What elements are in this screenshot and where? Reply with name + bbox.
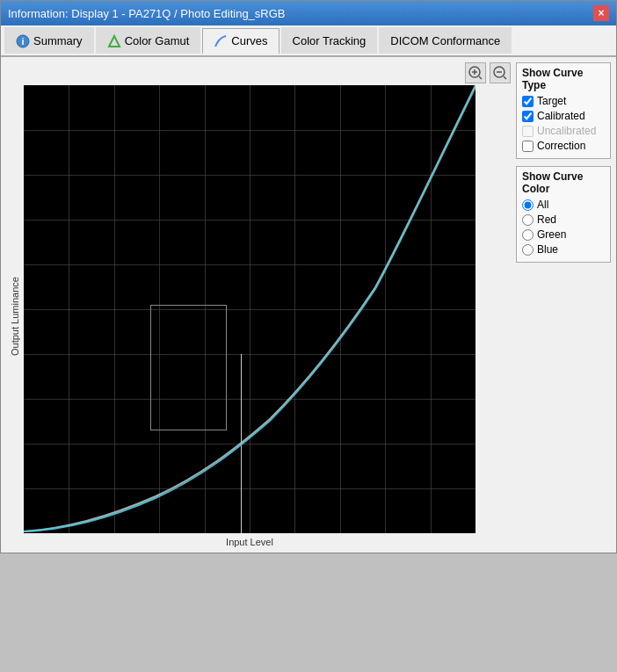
- radio-blue-label: Blue: [537, 243, 558, 256]
- radio-blue-input[interactable]: [522, 244, 534, 256]
- checkbox-calibrated-input[interactable]: [522, 111, 534, 122]
- radio-red[interactable]: Red: [522, 213, 605, 226]
- content-area: Output Luminance: [1, 57, 616, 553]
- close-button[interactable]: ×: [593, 5, 609, 21]
- curve-type-title: Show Curve Type: [522, 67, 605, 91]
- chart-wrapper: Output Luminance: [6, 85, 511, 547]
- checkbox-uncalibrated[interactable]: Uncalibrated: [522, 125, 605, 137]
- window-title: Information: Display 1 - PA271Q / Photo …: [8, 7, 286, 20]
- tab-color-gamut-label: Color Gamut: [125, 34, 190, 47]
- title-bar: Information: Display 1 - PA271Q / Photo …: [1, 1, 616, 25]
- checkbox-target-input[interactable]: [522, 96, 534, 107]
- curves-icon: [214, 34, 228, 48]
- svg-line-6: [479, 76, 482, 79]
- tab-curves-label: Curves: [231, 34, 267, 47]
- curve-color-title: Show Curve Color: [522, 170, 605, 195]
- zoom-in-icon: [468, 65, 483, 81]
- checkbox-uncalibrated-label: Uncalibrated: [537, 125, 596, 137]
- radio-all[interactable]: All: [522, 199, 605, 211]
- chart-area: Output Luminance: [6, 62, 511, 547]
- chart-and-x-container: Input Level: [24, 85, 475, 547]
- tab-curves[interactable]: Curves: [202, 28, 279, 54]
- radio-blue[interactable]: Blue: [522, 243, 605, 256]
- svg-text:i: i: [21, 36, 24, 47]
- zoom-out-icon: [492, 65, 508, 81]
- radio-all-label: All: [537, 199, 548, 211]
- radio-red-label: Red: [537, 213, 556, 226]
- tab-bar: i Summary Color Gamut Curves Color Track…: [1, 25, 616, 57]
- tab-color-tracking-label: Color Tracking: [293, 34, 367, 47]
- chart-controls: [6, 62, 511, 83]
- tab-color-gamut[interactable]: Color Gamut: [96, 27, 201, 54]
- checkbox-correction-input[interactable]: [522, 141, 534, 152]
- radio-all-input[interactable]: [522, 199, 534, 211]
- curve-color-group: Show Curve Color All Red Green Blue: [516, 166, 611, 263]
- tab-dicom-label: DICOM Conformance: [390, 34, 500, 47]
- triangle-icon: [107, 34, 121, 48]
- y-axis-label: Output Luminance: [6, 85, 24, 547]
- radio-red-input[interactable]: [522, 214, 534, 226]
- tab-color-tracking[interactable]: Color Tracking: [281, 27, 378, 54]
- radio-green-label: Green: [537, 228, 566, 241]
- checkbox-uncalibrated-input[interactable]: [522, 126, 534, 137]
- svg-marker-2: [109, 36, 120, 47]
- sidebar: Show Curve Type Target Calibrated Uncali…: [516, 62, 611, 547]
- main-window: Information: Display 1 - PA271Q / Photo …: [0, 0, 617, 553]
- radio-green[interactable]: Green: [522, 228, 605, 241]
- checkbox-calibrated-label: Calibrated: [537, 110, 585, 122]
- tab-dicom[interactable]: DICOM Conformance: [379, 27, 512, 54]
- svg-line-9: [504, 76, 506, 79]
- radio-green-input[interactable]: [522, 229, 534, 241]
- info-icon: i: [16, 34, 30, 48]
- zoom-out-button[interactable]: [490, 62, 511, 83]
- checkbox-target-label: Target: [537, 95, 566, 107]
- curve-svg: [24, 85, 475, 533]
- x-axis-label: Input Level: [24, 537, 475, 547]
- chart-canvas[interactable]: [24, 85, 475, 533]
- checkbox-target[interactable]: Target: [522, 95, 605, 107]
- checkbox-correction-label: Correction: [537, 140, 585, 152]
- tab-summary[interactable]: i Summary: [4, 27, 94, 54]
- tab-summary-label: Summary: [33, 34, 83, 47]
- checkbox-calibrated[interactable]: Calibrated: [522, 110, 605, 122]
- zoom-in-button[interactable]: [465, 62, 486, 83]
- curve-type-group: Show Curve Type Target Calibrated Uncali…: [516, 62, 611, 159]
- checkbox-correction[interactable]: Correction: [522, 140, 605, 152]
